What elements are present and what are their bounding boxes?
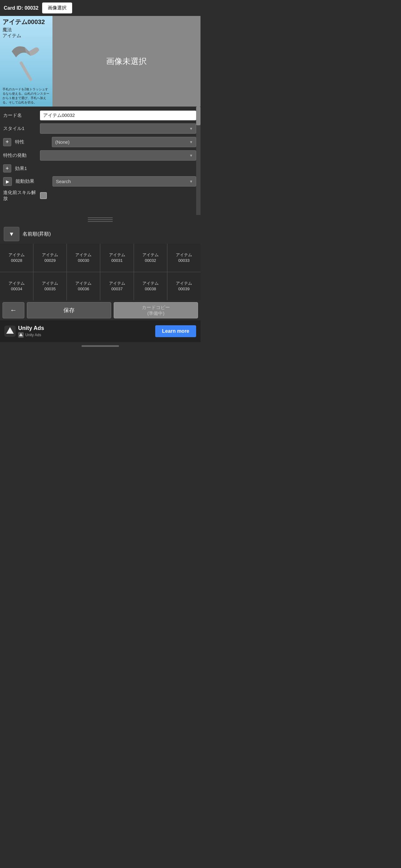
form-spacer: [0, 203, 201, 213]
scrollbar-thumb[interactable]: [196, 106, 201, 125]
passive-effect-row: ▶ 能動効果 Search ▼: [0, 175, 201, 188]
trait-label: 特性: [15, 139, 49, 145]
effect1-row: + 効果1: [0, 162, 201, 175]
home-bar: [81, 345, 119, 347]
list-item[interactable]: アイテム00036: [67, 272, 100, 300]
no-image-area: 画像未選択: [53, 16, 201, 106]
preview-area: アイテム00032 魔法 アイテム 手札のカードを2枚トラッシュするなら使える。…: [0, 16, 201, 106]
effect1-label: 効果1: [15, 165, 49, 172]
trait-trigger-row: 特性の発動 ▼: [0, 149, 201, 162]
card-name-label: カード名: [3, 113, 37, 118]
card-type1: 魔法: [2, 27, 50, 33]
passive-effect-select[interactable]: Search: [53, 176, 196, 187]
skill-release-checkbox[interactable]: [40, 192, 47, 199]
style1-label: スタイル1: [3, 126, 37, 131]
play-button[interactable]: ▶: [3, 177, 12, 186]
back-button[interactable]: ←: [2, 302, 24, 318]
unity-logo-area: Unity Ads Unity Ads: [4, 325, 152, 338]
effect1-plus-button[interactable]: +: [3, 164, 11, 173]
list-item[interactable]: アイテム00034: [0, 272, 33, 300]
skill-release-label: 進化前スキル解放: [3, 190, 37, 202]
grid-section: アイテム00028 アイテム00029 アイテム00030 アイテム00031 …: [0, 244, 201, 300]
list-item[interactable]: アイテム00030: [67, 244, 100, 272]
pickaxe-icon: [9, 43, 43, 84]
sort-label: 名前順(昇順): [23, 231, 51, 238]
sort-section: ▼ 名前順(昇順): [0, 224, 201, 244]
card-grid: アイテム00028 アイテム00029 アイテム00030 アイテム00031 …: [0, 244, 201, 300]
card-description: 手札のカードを2枚トラッシュするなら使える。山札のモンスターから１枚まで選び、手…: [2, 87, 50, 105]
sort-button[interactable]: ▼: [4, 227, 20, 241]
divider-lines: [88, 217, 113, 222]
list-item[interactable]: アイテム00031: [100, 244, 133, 272]
divider-area: [0, 215, 201, 224]
list-item[interactable]: アイテム00032: [134, 244, 167, 272]
ads-banner: Unity Ads Unity Ads Learn more: [0, 320, 201, 342]
card-type2: アイテム: [2, 33, 50, 39]
trait-row: + 特性 (None) ▼: [0, 135, 201, 149]
list-item[interactable]: アイテム00037: [100, 272, 133, 300]
unity-ads-label: Unity Ads: [18, 325, 44, 332]
trait-trigger-select[interactable]: [40, 150, 196, 161]
passive-effect-label: 能動効果: [15, 178, 50, 184]
trait-trigger-select-wrapper: ▼: [40, 150, 196, 161]
divider-line-3: [88, 221, 113, 222]
sort-chevron-down-icon: ▼: [9, 231, 14, 238]
trait-trigger-label: 特性の発動: [3, 153, 37, 158]
form-section: カード名 スタイル1 ▼ + 特性 (None) ▼ 特性の発動 ▼: [0, 106, 201, 215]
trait-select-wrapper: (None) ▼: [52, 137, 196, 147]
svg-rect-0: [19, 61, 32, 81]
card-name-row: カード名: [0, 109, 201, 122]
divider-line-2: [88, 219, 113, 220]
list-item[interactable]: アイテム00029: [33, 244, 67, 272]
unity-ads-text-area: Unity Ads Unity Ads: [18, 325, 44, 338]
no-image-text: 画像未選択: [106, 56, 147, 67]
unity-sub-area: Unity Ads: [18, 332, 44, 338]
select-image-button[interactable]: 画像選択: [42, 2, 72, 13]
list-item[interactable]: アイテム00039: [167, 272, 201, 300]
trait-select[interactable]: (None): [52, 137, 196, 147]
learn-more-button[interactable]: Learn more: [155, 325, 196, 337]
home-indicator: [0, 342, 201, 350]
skill-release-row: 進化前スキル解放: [0, 188, 201, 203]
save-button[interactable]: 保存: [27, 302, 111, 318]
list-item[interactable]: アイテム00038: [134, 272, 167, 300]
style1-select[interactable]: [40, 123, 196, 134]
card-name-input[interactable]: [40, 111, 196, 120]
card-title: アイテム00032: [2, 18, 50, 26]
card-preview: アイテム00032 魔法 アイテム 手札のカードを2枚トラッシュするなら使える。…: [0, 16, 53, 106]
style1-row: スタイル1 ▼: [0, 122, 201, 135]
list-item[interactable]: アイテム00028: [0, 244, 33, 272]
style1-select-wrapper: ▼: [40, 123, 196, 134]
passive-effect-select-wrapper: Search ▼: [53, 176, 196, 187]
scrollbar-track[interactable]: [196, 106, 201, 215]
trait-plus-button[interactable]: +: [3, 138, 11, 146]
bottom-buttons: ← 保存 カードコピー(準備中): [0, 300, 201, 320]
unity-ads-icon: [4, 326, 15, 337]
card-copy-button[interactable]: カードコピー(準備中): [114, 302, 198, 318]
card-header: Card ID: 00032 画像選択: [0, 0, 201, 16]
card-id-label: Card ID: 00032: [4, 5, 38, 11]
divider-line-1: [88, 217, 113, 218]
list-item[interactable]: アイテム00035: [33, 272, 67, 300]
card-image-area: [2, 40, 50, 86]
unity-small-icon: [18, 332, 24, 338]
unity-ads-sub-text: Unity Ads: [25, 333, 41, 337]
list-item[interactable]: アイテム00033: [167, 244, 201, 272]
